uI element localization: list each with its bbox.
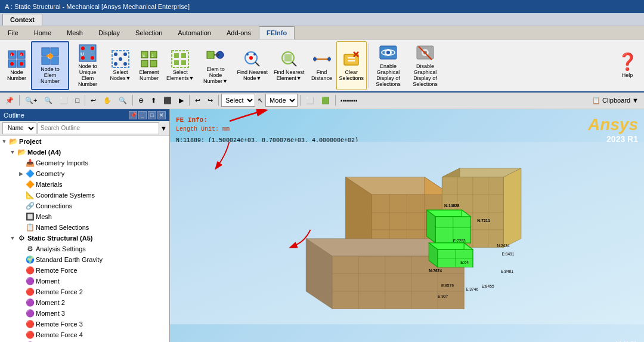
- node-to-elem-button[interactable]: N Node toElem Number: [31, 41, 69, 90]
- outline-panel: Outline 📌 _ □ ✕ Name ▼ ▼📂Project▼📂Model …: [0, 109, 170, 342]
- find-distance-label: FindDistance: [311, 70, 332, 82]
- elem-to-node-label: Elem toNode Number▼: [200, 67, 231, 85]
- help-icon: ❓: [618, 53, 637, 72]
- ribbon-tab-selection[interactable]: Selection: [128, 26, 170, 39]
- zoom-out-btn[interactable]: 🔍: [41, 95, 55, 106]
- node-to-elem-label: Node toElem Number: [35, 67, 66, 85]
- tree-item-9[interactable]: ▼⚙Static Structural (A5): [0, 233, 169, 244]
- find-nearest-elem-button[interactable]: Find NearestElement▼: [271, 41, 308, 90]
- find-distance-button[interactable]: FindDistance: [308, 41, 336, 90]
- enable-graphical-icon: [379, 44, 398, 63]
- pan-btn[interactable]: ✋: [100, 95, 114, 106]
- tree-item-6[interactable]: 🔗Connections: [0, 201, 169, 211]
- help-button[interactable]: ❓ Help: [613, 41, 642, 90]
- svg-rect-30: [141, 60, 148, 67]
- clear-selections-button[interactable]: ClearSelections: [336, 41, 367, 90]
- tree-item-7[interactable]: 🔲Mesh: [0, 211, 169, 222]
- wireframe-btn[interactable]: ⬜: [303, 95, 317, 106]
- tree-item-0[interactable]: ▼📂Project: [0, 136, 169, 147]
- label-E8579: E:8579: [441, 283, 454, 287]
- svg-rect-35: [174, 53, 179, 58]
- tree-label-18: Remote Force 4: [36, 331, 83, 338]
- find-nearest-node-button[interactable]: Find NearestNode▼: [234, 41, 271, 90]
- disable-graphical-button[interactable]: Disable GraphicalDisplay of Selections: [407, 41, 444, 90]
- select-nodes-button[interactable]: SelectNodes▼: [106, 41, 135, 90]
- tree-icon-2: 📥: [25, 158, 35, 168]
- outline-search-input[interactable]: [38, 122, 159, 134]
- outline-search-dropdown[interactable]: ▼: [160, 125, 167, 132]
- view-iso-btn[interactable]: ⊕: [135, 95, 147, 106]
- shaded-btn[interactable]: 🟩: [318, 95, 333, 106]
- tree-item-10[interactable]: ⚙Analysis Settings: [0, 244, 169, 254]
- ribbon-tab-mesh[interactable]: Mesh: [59, 26, 91, 39]
- svg-rect-47: [284, 54, 292, 61]
- zoom-box-btn[interactable]: □: [72, 95, 82, 106]
- outline-tree: ▼📂Project▼📂Model (A4)📥Geometry Imports▶🔷…: [0, 136, 169, 342]
- select-nodes-icon: [111, 50, 130, 69]
- enable-graphical-label: Enable GraphicalDisplay of Selections: [373, 64, 404, 88]
- ribbon-tab-display[interactable]: Display: [91, 26, 128, 39]
- tree-item-4[interactable]: 🔶Materials: [0, 179, 169, 190]
- element-number-button[interactable]: E 1 ElementNumber: [135, 41, 163, 90]
- tree-item-3[interactable]: ▶🔷Geometry: [0, 168, 169, 179]
- node-number-label: NodeNumber: [7, 70, 26, 82]
- tree-icon-6: 🔗: [25, 201, 35, 211]
- view-right-btn[interactable]: ▶: [176, 95, 187, 106]
- tree-item-12[interactable]: 🔴Remote Force: [0, 265, 169, 276]
- outline-pin-btn[interactable]: 📌: [129, 111, 137, 119]
- undo-btn[interactable]: ↩: [192, 95, 203, 106]
- tree-item-5[interactable]: 📐Coordinate Systems: [0, 190, 169, 201]
- clipboard-btn[interactable]: 📋 Clipboard ▼: [589, 95, 642, 106]
- tree-item-14[interactable]: 🔴Remote Force 2: [0, 286, 169, 297]
- view-front-btn[interactable]: ⬛: [160, 95, 175, 106]
- tree-item-17[interactable]: 🔴Remote Force 3: [0, 319, 169, 329]
- elem-to-node-icon: [206, 47, 225, 66]
- ribbon-tab-automation[interactable]: Automation: [170, 26, 219, 39]
- rotate-btn[interactable]: ↩: [88, 95, 99, 106]
- zoom-fit-btn[interactable]: ⬜: [57, 95, 71, 106]
- select-elements-icon: [171, 50, 190, 69]
- mesh-3d-viewport[interactable]: N:14028 N:7211 N:7674 E:7253 E:64 N:2434…: [170, 109, 644, 342]
- label-N7674: N:7674: [429, 268, 442, 272]
- tree-label-12: Remote Force: [36, 267, 78, 274]
- ribbon-tab-addons[interactable]: Add-ons: [219, 26, 259, 39]
- tree-item-13[interactable]: 🟣Moment: [0, 276, 169, 286]
- svg-line-43: [255, 62, 259, 66]
- zoom-scroll-btn[interactable]: 🔍: [116, 95, 130, 106]
- elem-to-node-button[interactable]: Elem toNode Number▼: [197, 41, 234, 90]
- tree-item-11[interactable]: 🌍Standard Earth Gravity: [0, 254, 169, 265]
- tree-item-2[interactable]: 📥Geometry Imports: [0, 158, 169, 168]
- enable-graphical-button[interactable]: Enable GraphicalDisplay of Selections: [370, 41, 407, 90]
- tree-item-15[interactable]: 🟣Moment 2: [0, 297, 169, 308]
- node-number-button[interactable]: 1 2 NodeNumber: [2, 41, 31, 90]
- ribbon-tab-home[interactable]: Home: [26, 26, 59, 39]
- node-unique-button[interactable]: U Node to UniqueElem Number: [69, 41, 106, 90]
- zoom-in-btn[interactable]: 🔍+: [22, 95, 40, 106]
- view-top-btn[interactable]: ⬆: [148, 95, 159, 106]
- outline-close-btn[interactable]: ✕: [157, 111, 166, 119]
- ribbon-tab-file[interactable]: File: [0, 26, 26, 39]
- tree-item-16[interactable]: 🟣Moment 3: [0, 308, 169, 319]
- outline-max-btn[interactable]: □: [148, 111, 156, 119]
- context-tab[interactable]: Context: [2, 14, 42, 26]
- tree-icon-17: 🔴: [25, 319, 35, 329]
- tree-icon-3: 🔷: [25, 169, 35, 178]
- svg-point-17: [81, 47, 85, 50]
- svg-point-20: [91, 56, 94, 60]
- find-nearest-node-icon: [243, 50, 262, 69]
- tree-icon-5: 📐: [25, 190, 35, 200]
- mode-dropdown[interactable]: Mode: [265, 94, 298, 107]
- select-dropdown[interactable]: Select: [221, 94, 255, 107]
- tree-item-1[interactable]: ▼📂Model (A4): [0, 147, 169, 158]
- redo-btn[interactable]: ↪: [205, 95, 216, 106]
- outline-min-btn[interactable]: _: [138, 111, 147, 119]
- svg-point-26: [123, 62, 127, 66]
- outline-filter-select[interactable]: Name: [2, 122, 36, 134]
- select-elements-button[interactable]: SelectElements▼: [163, 41, 197, 90]
- tree-label-8: Named Selections: [36, 224, 89, 231]
- toolbar-pin[interactable]: 📌: [2, 95, 17, 106]
- tree-item-19[interactable]: 🟣Moment 4: [0, 340, 169, 342]
- tree-item-18[interactable]: 🔴Remote Force 4: [0, 329, 169, 340]
- tree-item-8[interactable]: 📋Named Selections: [0, 222, 169, 233]
- ribbon-tab-feinfo[interactable]: FEInfo: [259, 26, 295, 39]
